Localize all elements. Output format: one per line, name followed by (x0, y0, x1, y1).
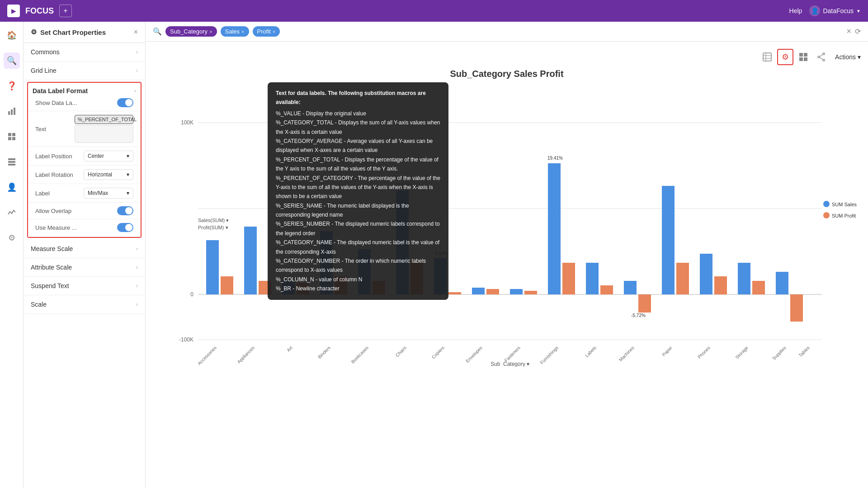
tag-profit[interactable]: Profit × (253, 26, 280, 37)
bar-storage-sales (738, 263, 750, 294)
tag-sub-category-label: Sub_Category (170, 28, 208, 35)
app-name: FOCUS (25, 6, 54, 16)
svg-text:-100K: -100K (179, 336, 193, 343)
search-clear-button[interactable]: × (846, 27, 851, 36)
label-value: Min/Max (88, 190, 108, 196)
bar-phones-sales (700, 254, 712, 294)
logo-icon[interactable] (7, 5, 20, 17)
svg-text:Envelopes: Envelopes (465, 345, 483, 364)
bar-appliances-sales (244, 227, 257, 294)
label-rotation-row: Label Rotation Horizontal ▾ (28, 166, 141, 184)
sidebar-item-activity[interactable] (4, 204, 20, 221)
svg-rect-15 (804, 53, 807, 57)
use-measure-toggle[interactable] (117, 223, 133, 232)
bar-art-profit (297, 283, 309, 294)
bar-phones-profit (714, 276, 727, 294)
tag-profit-close-icon[interactable]: × (273, 29, 275, 34)
tag-sales-close-icon[interactable]: × (241, 29, 244, 34)
panel-header: ⚙ Set Chart Properties × (24, 22, 145, 43)
sidebar-item-help[interactable]: ❓ (4, 78, 20, 94)
panel-item-commons[interactable]: Commons › (24, 43, 145, 62)
tag-sub-category-close-icon[interactable]: × (209, 29, 212, 34)
legend-profit-dot (823, 212, 830, 218)
panel-item-attribute-scale[interactable]: Attribute Scale › (24, 258, 145, 277)
svg-text:Supplies: Supplies (771, 345, 787, 361)
label-rotation-chevron-icon: ▾ (127, 171, 129, 178)
user-menu[interactable]: 👤 DataFocus ▼ (809, 5, 861, 16)
text-input-field[interactable] (75, 125, 133, 143)
label-label: Label (35, 190, 80, 197)
chart-area: ⚙ Actions ▾ Sub_Category Sales Profit Te… (146, 42, 868, 488)
tag-sales[interactable]: Sales × (221, 26, 249, 37)
sidebar-item-person[interactable]: 👤 (4, 179, 20, 195)
commons-label: Commons (31, 48, 60, 56)
show-data-label-toggle[interactable] (117, 98, 133, 107)
text-value-display: %_PERCENT_OF_TOTAL (75, 115, 133, 124)
navbar: FOCUS + Help 👤 DataFocus ▼ (0, 0, 868, 22)
svg-rect-1 (11, 109, 13, 115)
panel-title-text: Set Chart Properties (40, 28, 106, 36)
actions-button[interactable]: Actions ▾ (835, 53, 861, 61)
data-label-format-arrow-icon: › (134, 88, 136, 94)
bar-copiers-sales (434, 258, 447, 294)
tag-sales-label: Sales (225, 28, 240, 35)
suspend-text-arrow-icon: › (136, 283, 138, 289)
bar-paper-profit (676, 263, 689, 294)
label-position-select[interactable]: Center ▾ (84, 151, 133, 161)
label-select[interactable]: Min/Max ▾ (84, 188, 133, 199)
tag-sub-category[interactable]: Sub_Category × (165, 26, 217, 37)
measure-scale-arrow-icon: › (136, 246, 138, 252)
panel-item-suspend-text[interactable]: Suspend Text › (24, 277, 145, 295)
panel-title-icon: ⚙ (31, 28, 37, 36)
svg-text:Bookcases: Bookcases (350, 345, 369, 364)
sidebar-item-layout[interactable] (4, 128, 20, 145)
help-link[interactable]: Help (789, 7, 802, 14)
svg-text:-5.72%: -5.72% (631, 313, 646, 318)
icon-sidebar: 🏠 🔍 ❓ 👤 ⚙ (0, 22, 24, 488)
panel-item-grid-line[interactable]: Grid Line › (24, 62, 145, 80)
share-button[interactable] (813, 49, 830, 65)
svg-text:Art: Art (286, 345, 293, 353)
bar-paper-sales (662, 186, 675, 294)
svg-text:0: 0 (190, 291, 193, 298)
panel-item-data-label-format[interactable]: Data Label Format › Show Data La... Text… (27, 82, 142, 238)
sidebar-item-table[interactable] (4, 154, 20, 170)
panel-item-measure-scale[interactable]: Measure Scale › (24, 240, 145, 258)
bar-accessories-sales (206, 240, 219, 294)
svg-text:Labels: Labels (584, 345, 597, 358)
bar-accessories-profit (221, 276, 233, 294)
text-row: Text %_PERCENT_OF_TOTAL (28, 111, 141, 147)
panel-item-scale[interactable]: Scale › (24, 295, 145, 314)
panel-close-button[interactable]: × (134, 28, 138, 36)
table-view-button[interactable] (759, 49, 775, 65)
svg-rect-5 (8, 137, 11, 140)
grid-button[interactable] (795, 49, 811, 65)
user-avatar: 👤 (809, 5, 820, 16)
commons-arrow-icon: › (136, 49, 138, 55)
svg-text:Paper: Paper (661, 345, 673, 357)
sidebar-item-home[interactable]: 🏠 (4, 27, 20, 43)
label-rotation-value: Horizontal (88, 171, 112, 178)
allow-overlap-toggle[interactable] (117, 206, 133, 215)
svg-text:100K: 100K (181, 119, 193, 126)
search-refresh-icon[interactable]: ⟳ (855, 27, 861, 36)
sidebar-item-search[interactable]: 🔍 (4, 52, 20, 69)
sidebar-item-settings[interactable]: ⚙ (4, 230, 20, 246)
chart-container: 100K 0 -100K Sales(SUM) ▾ Profit(SUM) ▾ (153, 86, 861, 481)
sidebar-item-chart[interactable] (4, 103, 20, 119)
bar-bookcases-profit (373, 281, 385, 294)
navbar-right: Help 👤 DataFocus ▼ (789, 5, 861, 16)
chart-title: Sub_Category Sales Profit (153, 69, 861, 79)
label-rotation-select[interactable]: Horizontal ▾ (84, 169, 133, 180)
bar-fasteners-sales (510, 289, 523, 294)
attribute-scale-arrow-icon: › (136, 264, 138, 270)
svg-rect-10 (763, 53, 771, 61)
add-tab-button[interactable]: + (59, 5, 72, 17)
measure-scale-label: Measure Scale (31, 245, 73, 252)
bar-appliances-profit (259, 281, 271, 294)
bar-supplies-sales (776, 272, 788, 294)
bar-storage-profit (752, 281, 765, 294)
settings-button[interactable]: ⚙ (777, 49, 793, 65)
bar-chart-svg: 100K 0 -100K Sales(SUM) ▾ Profit(SUM) ▾ (153, 86, 858, 367)
grid-line-label: Grid Line (31, 67, 57, 74)
